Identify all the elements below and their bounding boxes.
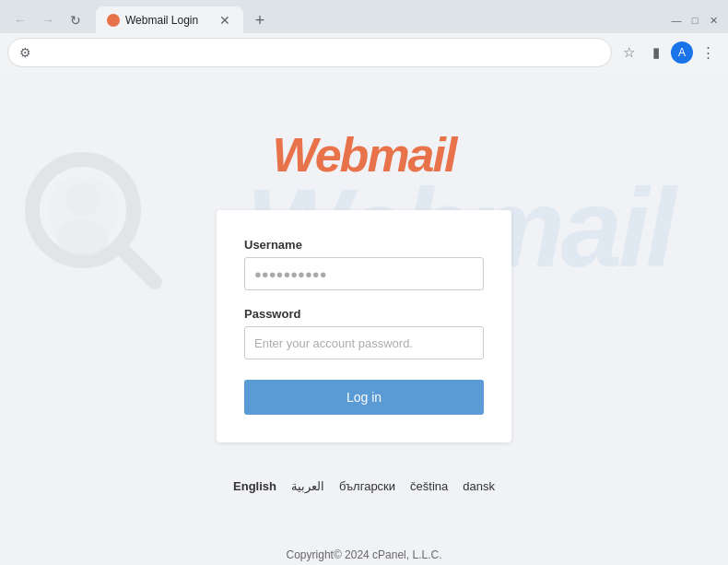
active-tab[interactable]: Webmail Login ✕ — [96, 6, 243, 34]
omnibox-bar: ⚙ ☆ ▮ A ⋮ — [0, 33, 728, 72]
language-bar: English العربية български čeština dansk — [233, 479, 495, 493]
window-controls-nav: ← → ↻ — [7, 7, 88, 33]
username-label: Username — [244, 238, 484, 252]
username-input[interactable] — [244, 257, 484, 290]
lang-danish[interactable]: dansk — [463, 479, 495, 493]
reload-button[interactable]: ↻ — [63, 7, 88, 33]
username-group: Username — [244, 238, 484, 290]
tab-close-button[interactable]: ✕ — [217, 13, 232, 28]
password-label: Password — [244, 307, 484, 321]
login-button[interactable]: Log in — [244, 380, 484, 415]
copyright-text: Copyright© 2024 cPanel, L.L.C. — [287, 548, 442, 561]
extensions-button[interactable]: ▮ — [643, 40, 669, 65]
logo-area: Webmail — [273, 127, 456, 182]
webmail-logo: Webmail — [273, 127, 456, 182]
footer: Copyright© 2024 cPanel, L.L.C. Privacy P… — [287, 548, 442, 565]
tab-title: Webmail Login — [125, 14, 198, 27]
close-button[interactable]: ✕ — [706, 13, 721, 28]
profile-button[interactable]: A — [671, 41, 693, 64]
password-group: Password — [244, 307, 484, 359]
browser-viewport: Webmail Webmail Username Password — [0, 72, 728, 565]
tab-favicon-icon — [107, 14, 120, 27]
tab-bar: ← → ↻ Webmail Login ✕ + — □ ✕ — [0, 0, 728, 33]
minimize-button[interactable]: — — [669, 13, 684, 28]
menu-button[interactable]: ⋮ — [695, 40, 721, 65]
lang-english[interactable]: English — [233, 479, 276, 493]
password-input[interactable] — [244, 326, 484, 359]
forward-button[interactable]: → — [35, 7, 61, 33]
bookmark-button[interactable]: ☆ — [616, 40, 641, 65]
new-tab-button[interactable]: + — [247, 7, 273, 33]
address-bar[interactable]: ⚙ — [7, 38, 612, 67]
login-form: Username Password Log in — [217, 210, 511, 442]
back-button[interactable]: ← — [7, 7, 33, 33]
lang-arabic[interactable]: العربية — [291, 479, 324, 493]
security-icon: ⚙ — [19, 45, 31, 60]
lang-bulgarian[interactable]: български — [339, 479, 395, 493]
toolbar-icons: ☆ ▮ A ⋮ — [616, 40, 721, 65]
browser-window: ← → ↻ Webmail Login ✕ + — □ ✕ ⚙ ☆ ▮ A — [0, 0, 728, 565]
maximize-button[interactable]: □ — [687, 13, 702, 28]
login-page: Webmail Username Password Log in — [0, 72, 728, 565]
window-controls-right: — □ ✕ — [669, 13, 721, 28]
lang-czech[interactable]: čeština — [410, 479, 448, 493]
